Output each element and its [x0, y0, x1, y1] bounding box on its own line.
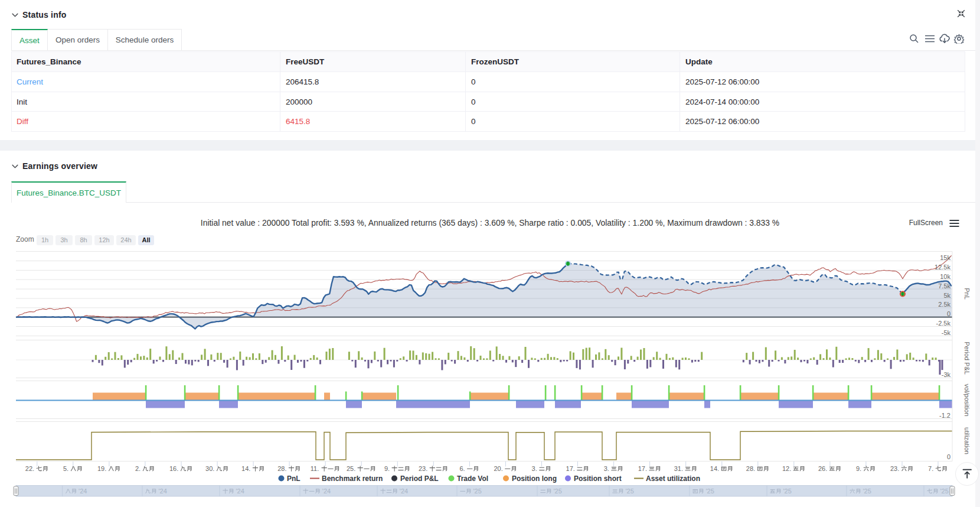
svg-text:26.: 26. — [818, 465, 827, 472]
svg-text:-1.2: -1.2 — [939, 412, 950, 419]
svg-text:Position long: Position long — [512, 474, 557, 483]
svg-text:Benchmark return: Benchmark return — [322, 474, 383, 483]
svg-text:10k: 10k — [940, 273, 950, 280]
svg-text:31.: 31. — [674, 465, 683, 472]
svg-text:2.: 2. — [135, 465, 141, 472]
svg-text:23.: 23. — [419, 465, 427, 472]
svg-text:'24: '24 — [79, 488, 87, 495]
svg-text:14.: 14. — [710, 465, 719, 472]
svg-text:'24: '24 — [236, 488, 244, 495]
svg-text:22.: 22. — [25, 465, 34, 472]
svg-text:5.: 5. — [63, 465, 68, 472]
svg-text:5k: 5k — [943, 292, 950, 299]
svg-text:17.: 17. — [638, 465, 647, 472]
svg-text:7.5k: 7.5k — [938, 282, 950, 290]
svg-text:0: 0 — [947, 310, 950, 317]
svg-text:Period P&L: Period P&L — [963, 342, 971, 375]
svg-text:12.5k: 12.5k — [935, 264, 950, 271]
svg-text:utilization: utilization — [963, 427, 971, 454]
svg-text:11.: 11. — [311, 465, 319, 472]
svg-text:'24: '24 — [159, 488, 167, 495]
svg-text:'25: '25 — [626, 488, 634, 495]
svg-text:0: 0 — [947, 453, 950, 460]
svg-text:6.: 6. — [460, 465, 465, 472]
svg-text:Trade Vol: Trade Vol — [457, 474, 488, 483]
svg-text:Period P&L: Period P&L — [400, 474, 439, 483]
svg-text:-2.5k: -2.5k — [936, 320, 951, 327]
svg-text:19.: 19. — [97, 465, 106, 472]
svg-text:15k: 15k — [940, 254, 950, 261]
svg-text:16.: 16. — [169, 465, 178, 472]
svg-text:2.5k: 2.5k — [938, 301, 950, 308]
svg-text:'24: '24 — [322, 488, 331, 495]
svg-text:17.: 17. — [566, 465, 575, 472]
svg-text:PnL: PnL — [963, 288, 971, 300]
svg-text:14.: 14. — [241, 465, 250, 472]
svg-text:Asset utilization: Asset utilization — [646, 474, 700, 483]
svg-text:30.: 30. — [205, 465, 214, 472]
svg-text:vol/position: vol/position — [963, 384, 971, 416]
svg-text:12.: 12. — [782, 465, 791, 472]
svg-text:23.: 23. — [890, 465, 899, 472]
svg-text:'25: '25 — [706, 488, 714, 495]
svg-text:'25: '25 — [863, 488, 871, 495]
svg-text:7.: 7. — [928, 465, 933, 472]
svg-text:-3k: -3k — [942, 371, 951, 378]
svg-text:'25: '25 — [940, 488, 949, 495]
svg-text:3.: 3. — [604, 465, 609, 472]
svg-text:'25: '25 — [554, 488, 562, 495]
svg-text:'25: '25 — [473, 488, 482, 495]
svg-text:'25: '25 — [783, 488, 792, 495]
svg-text:9.: 9. — [384, 465, 390, 472]
svg-text:'24: '24 — [400, 488, 408, 495]
svg-text:28.: 28. — [746, 465, 755, 472]
svg-text:28.: 28. — [277, 465, 286, 472]
svg-text:Position short: Position short — [574, 474, 622, 483]
svg-text:-5k: -5k — [942, 329, 951, 336]
svg-text:25.: 25. — [347, 465, 355, 472]
svg-text:3.: 3. — [532, 465, 537, 472]
svg-text:9.: 9. — [856, 465, 861, 472]
svg-text:20.: 20. — [494, 465, 503, 472]
svg-text:PnL: PnL — [287, 474, 300, 483]
